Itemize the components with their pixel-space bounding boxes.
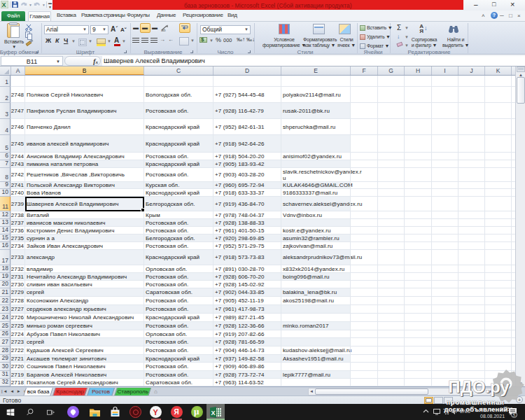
svg-text:X: X: [2, 1, 6, 8]
svg-text:X: X: [211, 410, 216, 416]
svg-text:ПДО.ру: ПДО.ру: [448, 377, 510, 396]
svg-text:ab: ab: [161, 28, 166, 32]
svg-text:доска объявлений: доска объявлений: [444, 405, 507, 413]
